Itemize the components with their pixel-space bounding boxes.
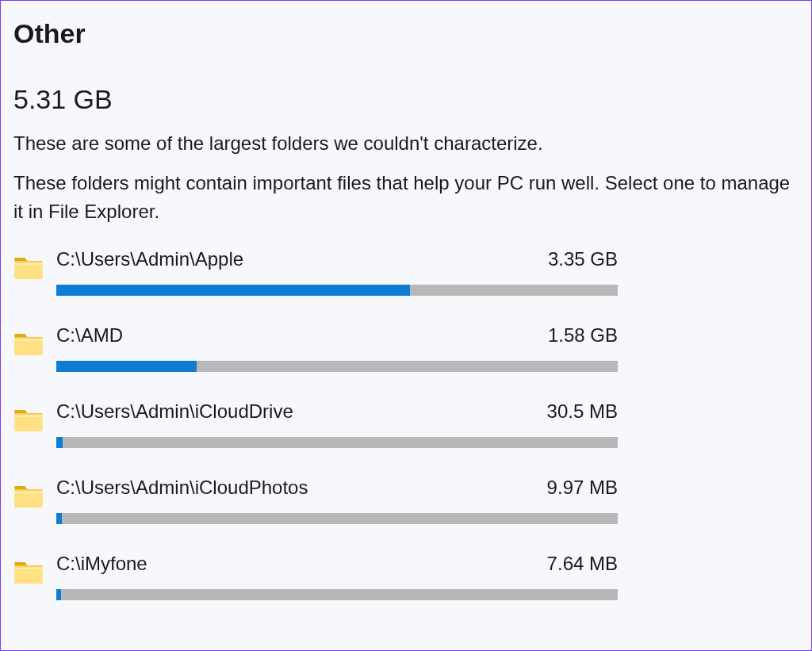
folder-path: C:\Users\Admin\Apple bbox=[56, 248, 243, 270]
folder-size: 1.58 GB bbox=[548, 324, 618, 347]
folder-item[interactable]: C:\Users\Admin\iCloudPhotos 9.97 MB bbox=[13, 477, 618, 524]
folder-path: C:\Users\Admin\iCloudDrive bbox=[56, 400, 293, 423]
folder-path: C:\Users\Admin\iCloudPhotos bbox=[56, 477, 308, 499]
folder-path: C:\iMyfone bbox=[56, 553, 147, 575]
page-title: Other bbox=[13, 18, 799, 49]
total-size: 5.31 GB bbox=[13, 84, 799, 115]
description-line-2: These folders might contain important fi… bbox=[13, 169, 799, 226]
description-line-1: These are some of the largest folders we… bbox=[13, 129, 799, 158]
folder-icon bbox=[13, 556, 44, 586]
storage-progress-bar bbox=[56, 437, 618, 448]
storage-progress-fill bbox=[56, 437, 63, 448]
folder-item[interactable]: C:\iMyfone 7.64 MB bbox=[13, 553, 618, 600]
folder-size: 7.64 MB bbox=[547, 553, 618, 575]
folder-size: 30.5 MB bbox=[547, 400, 618, 423]
storage-progress-bar bbox=[56, 589, 618, 600]
folder-item[interactable]: C:\Users\Admin\Apple 3.35 GB bbox=[13, 248, 618, 296]
folder-icon bbox=[13, 480, 44, 510]
folder-path: C:\AMD bbox=[56, 324, 123, 347]
storage-progress-bar bbox=[56, 361, 618, 372]
folder-icon bbox=[13, 404, 44, 434]
folder-item[interactable]: C:\Users\Admin\iCloudDrive 30.5 MB bbox=[13, 400, 618, 448]
storage-progress-fill bbox=[56, 361, 197, 372]
folder-list: C:\Users\Admin\Apple 3.35 GB C:\AMD 1.58… bbox=[13, 248, 618, 600]
folder-size: 3.35 GB bbox=[548, 248, 618, 270]
storage-progress-fill bbox=[56, 285, 410, 296]
storage-progress-fill bbox=[56, 589, 61, 600]
folder-icon bbox=[13, 251, 44, 281]
storage-progress-fill bbox=[56, 513, 62, 524]
folder-icon bbox=[13, 327, 44, 358]
folder-item[interactable]: C:\AMD 1.58 GB bbox=[13, 324, 618, 372]
storage-progress-bar bbox=[56, 285, 618, 296]
folder-size: 9.97 MB bbox=[547, 477, 618, 499]
storage-progress-bar bbox=[56, 513, 618, 524]
